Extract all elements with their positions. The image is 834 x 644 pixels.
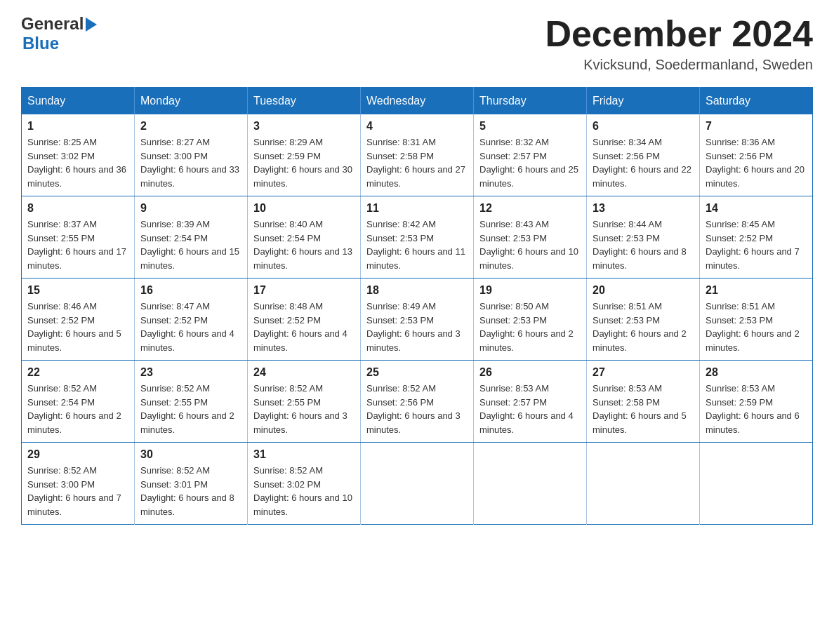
table-row: 2Sunrise: 8:27 AMSunset: 3:00 PMDaylight… xyxy=(135,114,248,196)
day-number: 7 xyxy=(706,120,807,133)
table-row: 27Sunrise: 8:53 AMSunset: 2:58 PMDayligh… xyxy=(587,361,700,443)
calendar-table: Sunday Monday Tuesday Wednesday Thursday… xyxy=(21,87,813,525)
calendar-week-row: 22Sunrise: 8:52 AMSunset: 2:54 PMDayligh… xyxy=(22,361,813,443)
col-thursday: Thursday xyxy=(474,88,587,115)
table-row: 12Sunrise: 8:43 AMSunset: 2:53 PMDayligh… xyxy=(474,196,587,279)
day-number: 3 xyxy=(253,120,355,133)
day-number: 22 xyxy=(27,366,128,379)
table-row: 14Sunrise: 8:45 AMSunset: 2:52 PMDayligh… xyxy=(700,196,813,279)
col-sunday: Sunday xyxy=(22,88,135,115)
day-number: 19 xyxy=(479,284,581,297)
table-row: 19Sunrise: 8:50 AMSunset: 2:53 PMDayligh… xyxy=(474,279,587,361)
title-section: December 2024 Kvicksund, Soedermanland, … xyxy=(545,14,813,73)
table-row: 31Sunrise: 8:52 AMSunset: 3:02 PMDayligh… xyxy=(248,443,361,525)
table-row: 29Sunrise: 8:52 AMSunset: 3:00 PMDayligh… xyxy=(22,443,135,525)
day-info: Sunrise: 8:43 AMSunset: 2:53 PMDaylight:… xyxy=(479,217,581,272)
calendar-week-row: 15Sunrise: 8:46 AMSunset: 2:52 PMDayligh… xyxy=(22,279,813,361)
logo-triangle-icon xyxy=(86,18,97,32)
day-number: 21 xyxy=(706,284,807,297)
table-row: 22Sunrise: 8:52 AMSunset: 2:54 PMDayligh… xyxy=(22,361,135,443)
table-row: 9Sunrise: 8:39 AMSunset: 2:54 PMDaylight… xyxy=(135,196,248,279)
table-row: 21Sunrise: 8:51 AMSunset: 2:53 PMDayligh… xyxy=(700,279,813,361)
table-row: 11Sunrise: 8:42 AMSunset: 2:53 PMDayligh… xyxy=(361,196,474,279)
day-info: Sunrise: 8:40 AMSunset: 2:54 PMDaylight:… xyxy=(253,217,355,272)
day-info: Sunrise: 8:53 AMSunset: 2:58 PMDaylight:… xyxy=(593,382,694,436)
day-info: Sunrise: 8:36 AMSunset: 2:56 PMDaylight:… xyxy=(706,135,807,190)
day-info: Sunrise: 8:52 AMSunset: 3:01 PMDaylight:… xyxy=(140,464,241,518)
calendar-week-row: 29Sunrise: 8:52 AMSunset: 3:00 PMDayligh… xyxy=(22,443,813,525)
day-info: Sunrise: 8:52 AMSunset: 3:02 PMDaylight:… xyxy=(253,464,355,518)
table-row xyxy=(361,443,474,525)
day-info: Sunrise: 8:50 AMSunset: 2:53 PMDaylight:… xyxy=(479,300,581,354)
day-info: Sunrise: 8:52 AMSunset: 2:55 PMDaylight:… xyxy=(253,382,355,436)
day-info: Sunrise: 8:27 AMSunset: 3:00 PMDaylight:… xyxy=(140,135,241,190)
table-row: 30Sunrise: 8:52 AMSunset: 3:01 PMDayligh… xyxy=(135,443,248,525)
table-row: 20Sunrise: 8:51 AMSunset: 2:53 PMDayligh… xyxy=(587,279,700,361)
table-row: 24Sunrise: 8:52 AMSunset: 2:55 PMDayligh… xyxy=(248,361,361,443)
day-number: 24 xyxy=(253,366,355,379)
day-number: 30 xyxy=(140,448,241,461)
table-row: 15Sunrise: 8:46 AMSunset: 2:52 PMDayligh… xyxy=(22,279,135,361)
day-info: Sunrise: 8:34 AMSunset: 2:56 PMDaylight:… xyxy=(593,135,694,190)
table-row: 25Sunrise: 8:52 AMSunset: 2:56 PMDayligh… xyxy=(361,361,474,443)
day-info: Sunrise: 8:32 AMSunset: 2:57 PMDaylight:… xyxy=(479,135,581,190)
day-number: 4 xyxy=(366,120,468,133)
day-number: 29 xyxy=(27,448,128,461)
day-info: Sunrise: 8:49 AMSunset: 2:53 PMDaylight:… xyxy=(366,300,468,354)
day-info: Sunrise: 8:51 AMSunset: 2:53 PMDaylight:… xyxy=(706,300,807,354)
table-row: 1Sunrise: 8:25 AMSunset: 3:02 PMDaylight… xyxy=(22,114,135,196)
table-row: 13Sunrise: 8:44 AMSunset: 2:53 PMDayligh… xyxy=(587,196,700,279)
day-info: Sunrise: 8:47 AMSunset: 2:52 PMDaylight:… xyxy=(140,300,241,354)
table-row xyxy=(587,443,700,525)
day-info: Sunrise: 8:44 AMSunset: 2:53 PMDaylight:… xyxy=(593,217,694,272)
day-number: 27 xyxy=(593,366,694,379)
calendar-week-row: 8Sunrise: 8:37 AMSunset: 2:55 PMDaylight… xyxy=(22,196,813,279)
day-info: Sunrise: 8:39 AMSunset: 2:54 PMDaylight:… xyxy=(140,217,241,272)
day-number: 5 xyxy=(479,120,581,133)
day-number: 25 xyxy=(366,366,468,379)
day-number: 26 xyxy=(479,366,581,379)
calendar-header-row: Sunday Monday Tuesday Wednesday Thursday… xyxy=(22,88,813,115)
col-wednesday: Wednesday xyxy=(361,88,474,115)
col-saturday: Saturday xyxy=(700,88,813,115)
day-number: 28 xyxy=(706,366,807,379)
page-header: General Blue December 2024 Kvicksund, So… xyxy=(21,14,813,73)
day-info: Sunrise: 8:46 AMSunset: 2:52 PMDaylight:… xyxy=(27,300,128,354)
day-number: 16 xyxy=(140,284,241,297)
day-number: 10 xyxy=(253,202,355,215)
table-row xyxy=(474,443,587,525)
table-row: 26Sunrise: 8:53 AMSunset: 2:57 PMDayligh… xyxy=(474,361,587,443)
day-info: Sunrise: 8:31 AMSunset: 2:58 PMDaylight:… xyxy=(366,135,468,190)
day-info: Sunrise: 8:52 AMSunset: 2:56 PMDaylight:… xyxy=(366,382,468,436)
day-info: Sunrise: 8:53 AMSunset: 2:59 PMDaylight:… xyxy=(706,382,807,436)
day-number: 13 xyxy=(593,202,694,215)
day-number: 2 xyxy=(140,120,241,133)
day-info: Sunrise: 8:53 AMSunset: 2:57 PMDaylight:… xyxy=(479,382,581,436)
col-friday: Friday xyxy=(587,88,700,115)
day-info: Sunrise: 8:37 AMSunset: 2:55 PMDaylight:… xyxy=(27,217,128,272)
location-text: Kvicksund, Soedermanland, Sweden xyxy=(545,57,813,73)
day-number: 9 xyxy=(140,202,241,215)
table-row: 10Sunrise: 8:40 AMSunset: 2:54 PMDayligh… xyxy=(248,196,361,279)
day-info: Sunrise: 8:25 AMSunset: 3:02 PMDaylight:… xyxy=(27,135,128,190)
day-number: 8 xyxy=(27,202,128,215)
col-monday: Monday xyxy=(135,88,248,115)
day-info: Sunrise: 8:48 AMSunset: 2:52 PMDaylight:… xyxy=(253,300,355,354)
col-tuesday: Tuesday xyxy=(248,88,361,115)
table-row: 8Sunrise: 8:37 AMSunset: 2:55 PMDaylight… xyxy=(22,196,135,279)
table-row: 6Sunrise: 8:34 AMSunset: 2:56 PMDaylight… xyxy=(587,114,700,196)
table-row: 3Sunrise: 8:29 AMSunset: 2:59 PMDaylight… xyxy=(248,114,361,196)
table-row: 28Sunrise: 8:53 AMSunset: 2:59 PMDayligh… xyxy=(700,361,813,443)
day-number: 15 xyxy=(27,284,128,297)
day-number: 6 xyxy=(593,120,694,133)
day-number: 23 xyxy=(140,366,241,379)
table-row: 7Sunrise: 8:36 AMSunset: 2:56 PMDaylight… xyxy=(700,114,813,196)
day-number: 20 xyxy=(593,284,694,297)
table-row: 16Sunrise: 8:47 AMSunset: 2:52 PMDayligh… xyxy=(135,279,248,361)
day-info: Sunrise: 8:45 AMSunset: 2:52 PMDaylight:… xyxy=(706,217,807,272)
logo-general-text: General xyxy=(21,14,84,34)
day-info: Sunrise: 8:42 AMSunset: 2:53 PMDaylight:… xyxy=(366,217,468,272)
table-row: 4Sunrise: 8:31 AMSunset: 2:58 PMDaylight… xyxy=(361,114,474,196)
logo-blue-text: Blue xyxy=(22,34,59,53)
day-number: 1 xyxy=(27,120,128,133)
